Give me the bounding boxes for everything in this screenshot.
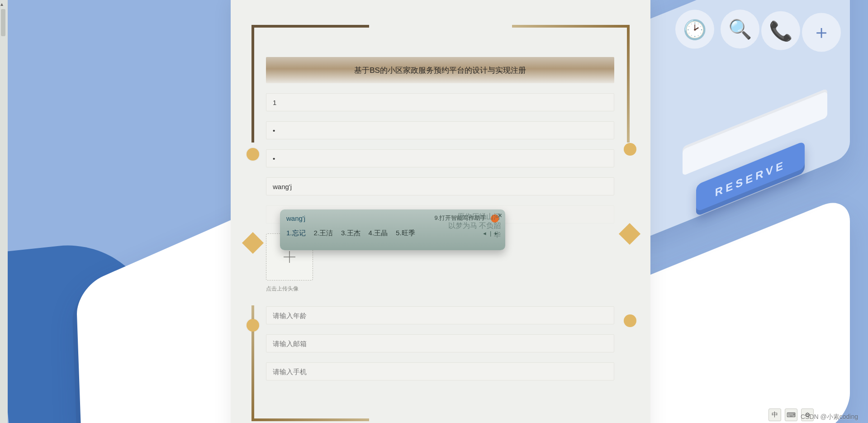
- clock-icon: 🕑: [675, 10, 714, 49]
- ime-assist-hint[interactable]: 9.打开智能写作助手: [435, 214, 499, 223]
- confirm-password-input[interactable]: •: [266, 149, 614, 167]
- age-input[interactable]: [266, 306, 614, 324]
- password-input[interactable]: •: [266, 121, 614, 139]
- email-input-field[interactable]: [273, 340, 607, 347]
- account-input-field[interactable]: [273, 99, 607, 106]
- plus-icon: [282, 249, 297, 265]
- age-input-field[interactable]: [273, 312, 607, 319]
- password-masked-value: •: [273, 127, 275, 134]
- phone-input-field[interactable]: [273, 368, 607, 375]
- scroll-up-arrow-icon[interactable]: ▴: [0, 1, 3, 7]
- ime-candidate-2[interactable]: 2.王洁: [314, 229, 333, 238]
- phone-input[interactable]: [266, 362, 614, 380]
- scroll-thumb[interactable]: [1, 9, 5, 36]
- vertical-scrollbar[interactable]: ▴: [0, 0, 8, 423]
- avatar-upload-hint: 点击上传头像: [266, 285, 614, 293]
- ime-close-icon[interactable]: ✕: [498, 212, 503, 219]
- ime-candidate-5[interactable]: 5.旺季: [396, 229, 415, 238]
- ime-candidate-3[interactable]: 3.王杰: [341, 229, 360, 238]
- search-icon: 🔍: [721, 10, 759, 48]
- email-input[interactable]: [266, 334, 614, 352]
- ime-candidate-1[interactable]: 1.忘记: [286, 229, 306, 238]
- taskbar-icon[interactable]: ⌨: [785, 409, 797, 421]
- account-input[interactable]: [266, 93, 614, 111]
- registration-form: 基于BS的小区家政服务预约平台的设计与实现注册 • • 点击上传头像: [266, 14, 614, 380]
- phone-icon: 📞: [761, 11, 800, 50]
- form-title: 基于BS的小区家政服务预约平台的设计与实现注册: [266, 57, 614, 83]
- name-input-field[interactable]: [273, 183, 607, 190]
- ime-language-indicator[interactable]: 中: [768, 409, 781, 421]
- ime-pager[interactable]: ◂ | ▸: [483, 230, 499, 237]
- plus-icon: ＋: [802, 13, 841, 52]
- bg-illustration-panel: 🕑 🔍 📞 ＋: [633, 0, 850, 243]
- csdn-watermark: CSDN @小素coding: [801, 413, 858, 421]
- confirm-password-masked-value: •: [273, 155, 275, 162]
- ime-candidate-4[interactable]: 4.王晶: [369, 229, 388, 238]
- name-input[interactable]: [266, 177, 614, 195]
- ime-pinyin: wang'j: [286, 214, 305, 222]
- ime-candidate-popup[interactable]: ✕ wang'j 9.打开智能写作助手 1.忘记 2.王洁 3.王杰 4.王晶 …: [280, 209, 505, 250]
